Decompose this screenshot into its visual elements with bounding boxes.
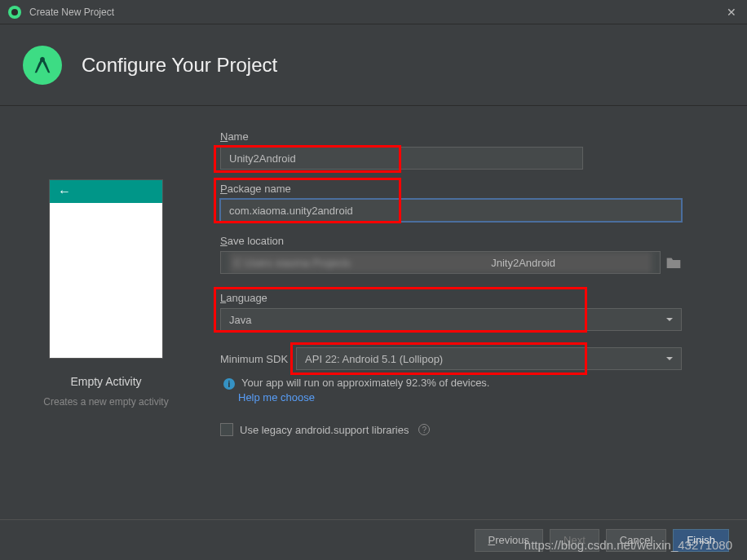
browse-folder-icon[interactable] xyxy=(665,256,682,269)
window-title: Create New Project xyxy=(29,7,114,18)
device-coverage-text: Your app will run on approximately 92.3%… xyxy=(241,377,489,389)
previous-button[interactable]: Previous xyxy=(475,529,544,552)
finish-button[interactable]: Finish xyxy=(673,529,729,552)
cancel-button[interactable]: Cancel xyxy=(606,529,666,552)
activity-preview: ← xyxy=(49,179,163,359)
page-title: Configure Your Project xyxy=(82,54,277,77)
legacy-libraries-checkbox[interactable] xyxy=(220,423,233,436)
android-studio-logo xyxy=(23,46,62,85)
min-sdk-label: Minimum SDK xyxy=(220,353,288,365)
close-icon[interactable]: ✕ xyxy=(723,3,740,21)
language-label: Language xyxy=(220,292,682,304)
titlebar: Create New Project ✕ xyxy=(0,0,747,24)
help-me-choose-link[interactable]: Help me choose xyxy=(238,391,682,403)
info-icon: i xyxy=(223,378,235,390)
chevron-down-icon xyxy=(666,357,673,360)
chevron-down-icon xyxy=(666,318,673,321)
package-input[interactable] xyxy=(220,199,682,222)
min-sdk-select[interactable]: API 22: Android 5.1 (Lollipop) xyxy=(296,347,682,370)
preview-description: Creates a new empty activity xyxy=(33,396,179,408)
svg-point-0 xyxy=(40,57,45,62)
header: Configure Your Project xyxy=(0,24,747,106)
preview-title: Empty Activity xyxy=(33,375,179,388)
back-arrow-icon: ← xyxy=(58,184,71,199)
app-icon xyxy=(8,6,21,19)
package-label: Package name xyxy=(220,183,682,195)
name-input[interactable] xyxy=(220,147,583,170)
language-select[interactable]: Java xyxy=(220,308,682,331)
save-location-label: Save location xyxy=(220,235,682,247)
footer: Previous Next Cancel Finish xyxy=(0,519,747,560)
legacy-libraries-label: Use legacy android.support libraries xyxy=(240,424,409,436)
name-label: Name xyxy=(220,130,682,143)
save-location-input[interactable]: C Users xiaoma Projects Jnity2Android xyxy=(220,251,661,274)
help-icon[interactable]: ? xyxy=(418,424,430,435)
next-button: Next xyxy=(550,529,599,552)
